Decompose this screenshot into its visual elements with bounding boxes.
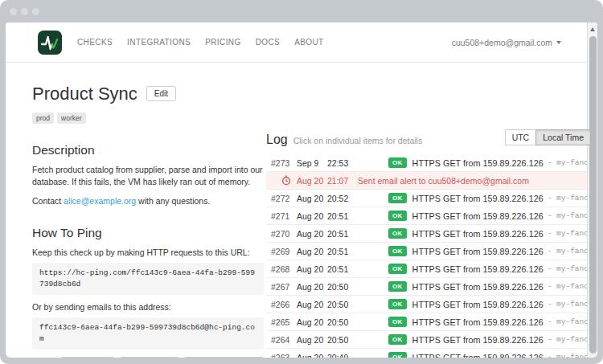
log-row-message: HTTPS GET from 159.89.226.126	[412, 211, 544, 221]
log-row-time: 20:51	[327, 264, 356, 274]
healthchecks-logo-icon[interactable]	[38, 31, 62, 55]
log-row[interactable]: #272 Aug 20 20:52 OK HTTPS GET from 159.…	[266, 190, 596, 207]
log-row[interactable]: #269 Aug 20 20:51 OK HTTPS GET from 159.…	[266, 243, 596, 260]
log-column: Log Click on individual items for detail…	[266, 84, 596, 357]
tag-list: prodworker	[32, 109, 264, 124]
vertical-scrollbar[interactable]	[587, 22, 597, 358]
log-row-time: 20:51	[327, 211, 356, 221]
log-row-time: 20:51	[327, 229, 356, 239]
ok-badge: OK	[388, 264, 407, 274]
log-row-date: Aug 20	[297, 282, 327, 292]
description-heading: Description	[32, 143, 264, 157]
ping-action-button[interactable]: Usage Examples	[184, 357, 264, 358]
log-row-message: HTTPS GET from 159.89.226.126	[412, 264, 544, 274]
log-row-date: Aug 20	[297, 194, 327, 203]
account-menu[interactable]: cuu508+demo@gmail.com	[452, 38, 561, 47]
contact-prefix: Contact	[32, 196, 64, 206]
nav-links: CHECKSINTEGRATIONSPRICINGDOCSABOUT	[77, 38, 338, 47]
edit-button[interactable]: Edit	[146, 86, 176, 101]
ping-url-code: https://hc-ping.com/ffc143c9-6aea-44fa-b…	[32, 263, 264, 295]
log-row-date: Aug 20	[297, 264, 327, 274]
log-row-time: 20:49	[327, 353, 356, 358]
contact-line: Contact alice@example.org with any quest…	[32, 196, 264, 206]
log-row[interactable]: #268 Aug 20 20:51 OK HTTPS GET from 159.…	[266, 260, 596, 278]
ok-badge: OK	[388, 211, 407, 221]
log-row-message: HTTPS GET from 159.89.226.126	[412, 335, 544, 345]
log-row-id: #270	[271, 229, 297, 239]
contact-email-link[interactable]: alice@example.org	[64, 196, 136, 206]
log-row-time: 22:53	[327, 158, 356, 168]
tag-badge: worker	[57, 112, 86, 124]
timezone-button[interactable]: Local Time	[535, 129, 591, 145]
scroll-up-arrow-icon	[590, 27, 595, 31]
log-row-time: 20:50	[327, 300, 356, 309]
ok-badge: OK	[388, 352, 407, 358]
log-row-id: #265	[271, 317, 297, 327]
log-row[interactable]: #267 Aug 20 20:50 OK HTTPS GET from 159.…	[266, 278, 596, 296]
log-row-id: #269	[271, 247, 297, 256]
window-dot-icon	[10, 8, 17, 15]
log-row-id: #264	[271, 335, 297, 345]
log-table: #273 Sep 9 22:53 OK HTTPS GET from 159.8…	[266, 154, 596, 358]
log-row-time: 20:50	[327, 317, 356, 327]
log-heading: Log	[266, 133, 288, 147]
log-row-id: #271	[271, 211, 297, 221]
ping-email-code: ffc143c9-6aea-44fa-b299-599739d8cb6d@hc-…	[32, 317, 264, 350]
chevron-down-icon	[556, 41, 561, 44]
nav-link[interactable]: INTEGRATIONS	[127, 38, 191, 47]
log-row[interactable]: #270 Aug 20 20:51 OK HTTPS GET from 159.…	[266, 225, 596, 243]
log-row[interactable]: #265 Aug 20 20:50 OK HTTPS GET from 159.…	[266, 313, 596, 331]
ok-badge: OK	[388, 246, 407, 256]
navbar: CHECKSINTEGRATIONSPRICINGDOCSABOUT cuu50…	[6, 22, 597, 63]
ping-email-intro: Or by sending emails to this address:	[32, 302, 264, 312]
log-row-id: #267	[271, 282, 297, 292]
nav-link[interactable]: ABOUT	[294, 38, 323, 47]
ok-badge: OK	[388, 299, 407, 309]
log-row-date: Aug 20	[297, 176, 327, 186]
window-dot-icon	[21, 8, 28, 15]
log-row[interactable]: #271 Aug 20 20:51 OK HTTPS GET from 159.…	[266, 207, 596, 225]
nav-link[interactable]: DOCS	[256, 38, 281, 47]
log-subtitle: Click on individual items for details	[293, 136, 422, 145]
nav-link[interactable]: CHECKS	[77, 38, 113, 47]
log-row-time: 20:50	[327, 335, 356, 345]
log-row-message: HTTPS GET from 159.89.226.126	[412, 353, 544, 358]
log-row-time: 20:52	[327, 194, 356, 203]
ok-badge: OK	[388, 157, 407, 168]
scroll-up-button[interactable]	[588, 24, 597, 34]
log-row[interactable]: #273 Sep 9 22:53 OK HTTPS GET from 159.8…	[266, 154, 596, 172]
browser-window: CHECKSINTEGRATIONSPRICINGDOCSABOUT cuu50…	[0, 0, 603, 364]
log-row-date: Aug 20	[297, 353, 327, 358]
page-title: Product Sync	[32, 84, 137, 104]
log-row[interactable]: #266 Aug 20 20:50 OK HTTPS GET from 159.…	[266, 296, 596, 313]
log-row-date: Sep 9	[297, 158, 327, 168]
contact-suffix: with any questions.	[136, 196, 210, 206]
ping-action-button[interactable]: Copy Email	[120, 357, 179, 358]
log-row-date: Aug 20	[297, 317, 327, 327]
ping-action-button[interactable]: Copy URL	[60, 357, 115, 358]
tag-badge: prod	[32, 112, 54, 124]
log-row[interactable]: Aug 20 21:07 Sent email alert to cuu508+…	[266, 172, 596, 190]
main-area: Product Sync Edit prodworker Description…	[6, 63, 597, 357]
log-row-message: HTTPS GET from 159.89.226.126	[412, 158, 544, 168]
log-row-message: HTTPS GET from 159.89.226.126	[412, 247, 544, 256]
check-details-column: Product Sync Edit prodworker Description…	[32, 84, 264, 357]
account-email: cuu508+demo@gmail.com	[452, 38, 552, 47]
timezone-toggle: UTCLocal Time	[506, 129, 591, 145]
description-text: Fetch product catalog from supplier, par…	[32, 164, 264, 188]
log-row-date: Aug 20	[297, 300, 327, 309]
timezone-button[interactable]: UTC	[505, 129, 537, 145]
nav-link[interactable]: PRICING	[205, 38, 240, 47]
ping-buttons: Copy URLCopy EmailUsage Examples	[32, 357, 264, 358]
ok-badge: OK	[388, 334, 407, 345]
scrollbar-thumb[interactable]	[589, 36, 597, 354]
log-row-date: Aug 20	[297, 335, 327, 345]
log-row-id: #266	[271, 300, 297, 309]
log-row-message: HTTPS GET from 159.89.226.126	[412, 317, 544, 327]
log-row-message: HTTPS GET from 159.89.226.126	[412, 282, 544, 292]
alarm-icon	[271, 175, 297, 186]
log-row[interactable]: #263 Aug 20 20:49 OK HTTPS GET from 159.…	[266, 349, 596, 358]
log-row-message: HTTPS GET from 159.89.226.126	[412, 194, 544, 203]
ok-badge: OK	[388, 193, 407, 203]
log-row[interactable]: #264 Aug 20 20:50 OK HTTPS GET from 159.…	[266, 331, 596, 349]
